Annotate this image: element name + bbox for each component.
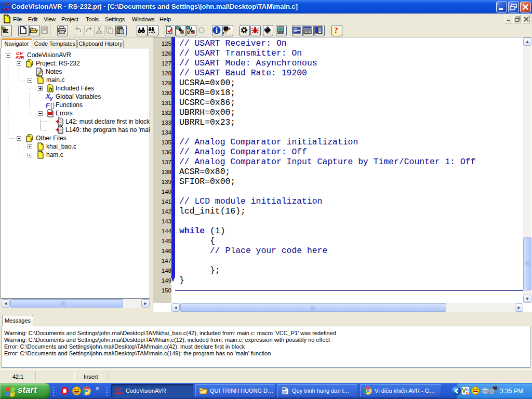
svg-text:(): () — [50, 102, 55, 109]
svg-text:h: h — [49, 86, 52, 92]
svg-text:V: V — [462, 387, 466, 394]
svg-text:y: y — [49, 96, 53, 101]
svg-text:AVR: AVR — [115, 391, 123, 395]
svg-text:c: c — [466, 390, 469, 395]
svg-text:?: ? — [334, 26, 338, 34]
svg-text:F: F — [46, 101, 50, 109]
svg-text:AVR: AVR — [2, 7, 11, 11]
svg-text:AVR: AVR — [16, 55, 24, 59]
